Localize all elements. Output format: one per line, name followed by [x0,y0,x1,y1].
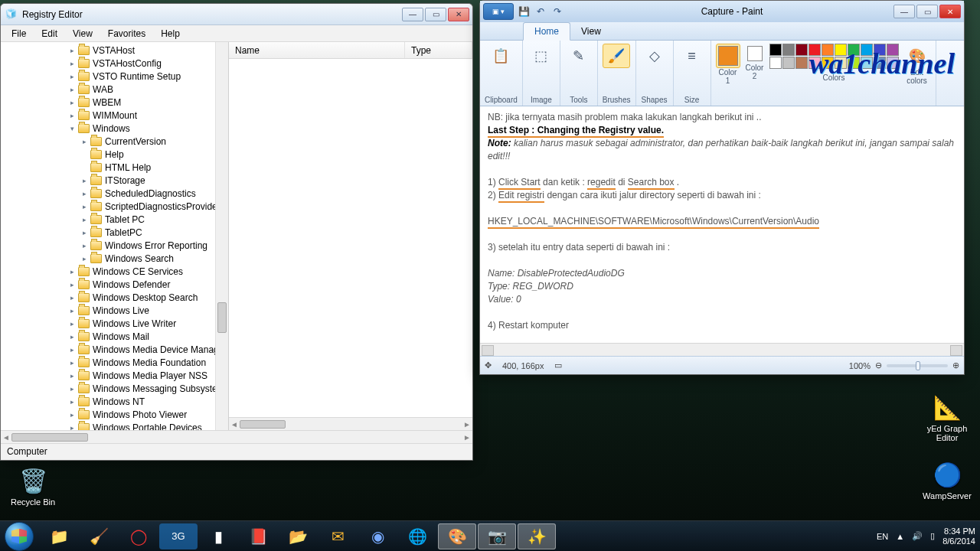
tree-item[interactable]: ▸WAB [4,83,228,96]
color-swatch[interactable] [795,57,808,69]
tree-item[interactable]: ▸WIMMount [4,109,228,122]
tree-item[interactable]: ▸WBEM [4,96,228,109]
tree-item[interactable]: ▸Windows Messaging Subsystem [4,382,228,395]
tree-item[interactable]: ▸Windows Search [4,252,228,265]
column-type[interactable]: Type [405,42,472,58]
expand-icon[interactable]: ▸ [80,202,89,210]
tree-item[interactable]: ▸Windows Media Device Manager [4,343,228,356]
color-swatch[interactable] [874,57,886,69]
taskbar-paint-icon[interactable]: 🎨 [438,523,476,549]
menu-file[interactable]: File [4,26,34,41]
tree-item[interactable]: Help [4,148,228,161]
color-swatch[interactable] [769,44,782,56]
expand-icon[interactable]: ▸ [68,280,77,289]
expand-icon[interactable]: ▸ [68,397,77,406]
qat-save-icon[interactable]: 💾 [517,5,531,18]
taskbar-3g-icon[interactable]: 3G [159,523,198,549]
tree-item[interactable]: ▸Windows Error Reporting [4,239,228,252]
tree-item[interactable]: ▸Windows Defender [4,278,228,291]
tree-item[interactable]: ▸TabletPC [4,226,228,239]
taskbar-app-icon[interactable]: 📕 [239,523,277,549]
taskbar-app-icon[interactable]: 📷 [478,523,516,549]
close-button[interactable]: ✕ [448,8,469,21]
color-swatch[interactable] [822,44,834,56]
taskbar-bittorrent-icon[interactable]: ◉ [358,523,397,549]
menu-edit[interactable]: Edit [34,26,65,41]
minimize-button[interactable]: — [893,5,915,18]
column-name[interactable]: Name [229,42,405,58]
color-swatch[interactable] [861,57,873,69]
tree-item[interactable]: ▸ScheduledDiagnostics [4,187,228,200]
qat-redo-icon[interactable]: ↷ [550,5,564,18]
edit-colors-button[interactable]: 🎨 [903,44,931,68]
tree-item[interactable]: ▸Windows Live [4,304,228,317]
tray-network-icon[interactable]: 🔊 [912,531,923,541]
tree-item[interactable]: ▸ScriptedDiagnosticsProvider [4,200,228,213]
list-body[interactable] [229,59,472,417]
canvas-area[interactable]: NB: jika ternyata masih problem maka lak… [480,106,964,343]
taskbar-app-icon[interactable]: ▮ [199,523,237,549]
expand-icon[interactable]: ▸ [68,267,77,276]
color-swatch[interactable] [808,44,821,56]
qat-undo-icon[interactable]: ↶ [534,5,547,18]
taskbar-opera-icon[interactable]: ◯ [119,523,158,549]
tab-home[interactable]: Home [523,22,570,41]
expand-icon[interactable]: ▸ [80,254,89,262]
expand-icon[interactable]: ▸ [68,345,77,354]
expand-icon[interactable]: ▸ [68,72,77,80]
size-button[interactable]: ≡ [678,44,706,68]
tree-item[interactable]: ▸VSTAHost [4,44,228,57]
taskbar-app-icon[interactable]: 📂 [279,523,317,549]
tray-battery-icon[interactable]: ▯ [930,531,935,541]
expand-icon[interactable]: ▸ [68,332,77,341]
color2-button[interactable] [745,44,765,64]
tree-item[interactable]: ▸Windows Media Foundation [4,356,228,369]
collapse-icon[interactable]: ▾ [68,124,77,132]
maximize-button[interactable]: ▭ [916,5,938,18]
taskbar-chrome-icon[interactable]: 🌐 [398,523,436,549]
color-swatch[interactable] [835,57,847,69]
tree-item[interactable]: ▸Windows Media Player NSS [4,369,228,382]
taskbar-ccleaner-icon[interactable]: 🧹 [80,523,118,549]
expand-icon[interactable]: ▸ [80,228,89,236]
color-swatch[interactable] [887,57,899,69]
list-header[interactable]: Name Type [229,42,472,59]
expand-icon[interactable]: ▸ [68,319,77,328]
tree-horizontal-scrollbar[interactable]: ◄► [1,430,472,443]
brushes-button[interactable]: 🖌️ [603,44,630,68]
expand-icon[interactable]: ▸ [68,46,77,54]
horizontal-scrollbar[interactable]: ◄► [229,417,472,430]
tree-item[interactable]: HTML Help [4,161,228,174]
desktop-icon-recycle-bin[interactable]: 🗑️ Recycle Bin [5,465,61,507]
maximize-button[interactable]: ▭ [425,8,446,21]
expand-icon[interactable]: ▸ [80,137,89,145]
tree-item[interactable]: ▸Windows NT [4,395,228,408]
color-swatch[interactable] [782,57,795,69]
tree-item[interactable]: ▸Windows CE Services [4,265,228,278]
tray-flag-icon[interactable]: ▲ [896,532,904,541]
zoom-slider[interactable] [887,364,948,367]
tree-item[interactable]: ▸Windows Mail [4,330,228,343]
tab-view[interactable]: View [570,23,612,40]
expand-icon[interactable]: ▸ [68,111,77,119]
taskbar-app-icon[interactable]: ✨ [518,523,556,549]
close-button[interactable]: ✕ [939,5,961,18]
color-swatch[interactable] [848,44,860,56]
expand-icon[interactable]: ▸ [68,384,77,393]
color-swatch[interactable] [861,44,873,56]
expand-icon[interactable]: ▸ [68,293,77,302]
language-indicator[interactable]: EN [877,532,888,541]
tree-item[interactable]: ▸Tablet PC [4,213,228,226]
shapes-button[interactable]: ◇ [641,44,668,68]
color-swatch[interactable] [782,44,795,56]
color-swatch[interactable] [808,57,821,69]
menu-view[interactable]: View [65,26,100,41]
tree-item[interactable]: ▸Windows Portable Devices [4,421,228,430]
expand-icon[interactable]: ▸ [68,410,77,419]
color-swatch[interactable] [795,44,808,56]
color-swatch[interactable] [822,57,834,69]
clock[interactable]: 8:34 PM 8/6/2014 [942,527,975,546]
vertical-scrollbar[interactable] [215,42,228,430]
expand-icon[interactable]: ▸ [80,241,89,249]
color1-button[interactable] [716,44,740,68]
